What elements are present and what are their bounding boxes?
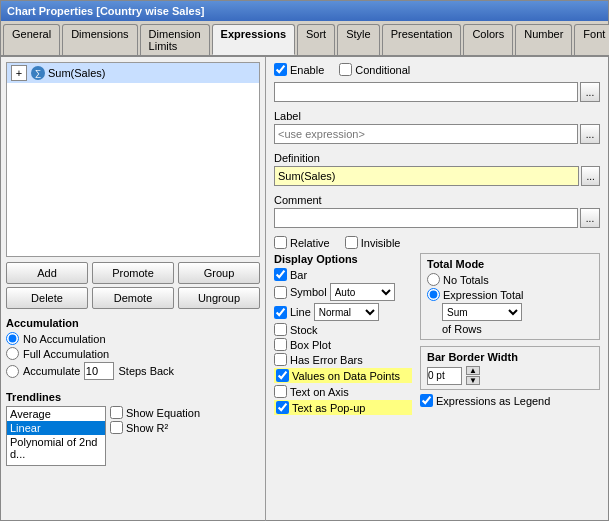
expression-icon: ∑ (31, 66, 45, 80)
bar-border-up-button[interactable]: ▲ (466, 366, 480, 375)
trendlines-list[interactable]: Average Linear Polynomial of 2nd d... (6, 406, 106, 466)
ungroup-button[interactable]: Ungroup (178, 287, 260, 309)
tab-colors[interactable]: Colors (463, 24, 513, 55)
expression-item[interactable]: + ∑ Sum(Sales) (7, 63, 259, 83)
content-area: + ∑ Sum(Sales) Add Promote Group Delete … (1, 57, 608, 521)
tab-style[interactable]: Style (337, 24, 379, 55)
expressions-as-legend-label: Expressions as Legend (436, 395, 550, 407)
no-totals-radio[interactable] (427, 273, 440, 286)
conditional-input[interactable] (274, 82, 578, 102)
label-dots-button[interactable]: ... (580, 124, 600, 144)
has-error-bars-checkbox[interactable] (274, 353, 287, 366)
trend-polynomial[interactable]: Polynomial of 2nd d... (7, 435, 105, 461)
right-panel: Enable Conditional ... Label ... (266, 57, 608, 521)
radio-no-accumulation-input[interactable] (6, 332, 19, 345)
line-label: Line (290, 306, 311, 318)
tab-expressions[interactable]: Expressions (212, 24, 295, 55)
conditional-check-row: Conditional (339, 63, 410, 76)
comment-input-row: ... (274, 208, 600, 228)
delete-button[interactable]: Delete (6, 287, 88, 309)
demote-button[interactable]: Demote (92, 287, 174, 309)
invisible-checkbox[interactable] (345, 236, 358, 249)
comment-input[interactable] (274, 208, 578, 228)
bar-border-down-button[interactable]: ▼ (466, 376, 480, 385)
show-equation-checkbox[interactable] (110, 406, 123, 419)
expression-total-radio[interactable] (427, 288, 440, 301)
conditional-label: Conditional (355, 64, 410, 76)
comment-field-label: Comment (274, 194, 600, 206)
conditional-dots-button[interactable]: ... (580, 82, 600, 102)
values-on-data-points-checkbox[interactable] (276, 369, 289, 382)
tab-sort[interactable]: Sort (297, 24, 335, 55)
trend-checkboxes: Show Equation Show R² (110, 406, 200, 466)
comment-field-group: Comment ... (274, 194, 600, 228)
definition-field-label: Definition (274, 152, 600, 164)
sum-select[interactable]: Sum (442, 303, 522, 321)
right-col: Total Mode No Totals Expression Total Su… (420, 253, 600, 417)
stock-row: Stock (274, 323, 412, 336)
trend-average[interactable]: Average (7, 407, 105, 421)
total-mode-title: Total Mode (427, 258, 593, 270)
definition-input-row: ... (274, 166, 600, 186)
expressions-legend-row: Expressions as Legend (420, 394, 600, 407)
expression-item-label: Sum(Sales) (48, 67, 105, 79)
show-r2-checkbox[interactable] (110, 421, 123, 434)
bottom-right: Display Options Bar Symbol Auto (274, 253, 600, 417)
definition-dots-button[interactable]: ... (581, 166, 600, 186)
accumulate-row: Accumulate Steps Back (6, 362, 260, 380)
bar-row: Bar (274, 268, 412, 281)
line-select[interactable]: Normal (314, 303, 379, 321)
tab-number[interactable]: Number (515, 24, 572, 55)
relative-checkbox[interactable] (274, 236, 287, 249)
bar-border-box: Bar Border Width ▲ ▼ (420, 346, 600, 390)
promote-button[interactable]: Promote (92, 262, 174, 284)
expressions-as-legend-checkbox[interactable] (420, 394, 433, 407)
bar-border-input[interactable] (427, 367, 462, 385)
of-rows-label: of Rows (427, 323, 593, 335)
steps-back-label: Steps Back (118, 365, 174, 377)
left-panel: + ∑ Sum(Sales) Add Promote Group Delete … (1, 57, 266, 521)
tab-presentation[interactable]: Presentation (382, 24, 462, 55)
tab-dimension-limits[interactable]: Dimension Limits (140, 24, 210, 55)
enable-checkbox[interactable] (274, 63, 287, 76)
text-as-popup-checkbox[interactable] (276, 401, 289, 414)
show-equation-label: Show Equation (126, 407, 200, 419)
trend-linear[interactable]: Linear (7, 421, 105, 435)
line-checkbox[interactable] (274, 306, 287, 319)
comment-dots-button[interactable]: ... (580, 208, 600, 228)
tab-general[interactable]: General (3, 24, 60, 55)
show-equation-row: Show Equation (110, 406, 200, 419)
stock-checkbox[interactable] (274, 323, 287, 336)
radio-accumulate-input[interactable] (6, 365, 19, 378)
symbol-checkbox[interactable] (274, 286, 287, 299)
enable-row: Enable Conditional (274, 63, 600, 76)
symbol-select[interactable]: Auto (330, 283, 395, 301)
text-as-popup-label: Text as Pop-up (292, 402, 365, 414)
conditional-checkbox[interactable] (339, 63, 352, 76)
label-input-row: ... (274, 124, 600, 144)
definition-field-group: Definition ... (274, 152, 600, 186)
tab-font[interactable]: Font (574, 24, 609, 55)
expression-list[interactable]: + ∑ Sum(Sales) (6, 62, 260, 257)
tab-dimensions[interactable]: Dimensions (62, 24, 137, 55)
steps-back-input[interactable] (84, 362, 114, 380)
enable-check-row: Enable (274, 63, 324, 76)
radio-accumulate-label: Accumulate (23, 365, 80, 377)
box-plot-checkbox[interactable] (274, 338, 287, 351)
has-error-bars-label: Has Error Bars (290, 354, 363, 366)
add-button[interactable]: Add (6, 262, 88, 284)
radio-full-accumulation-input[interactable] (6, 347, 19, 360)
text-on-axis-checkbox[interactable] (274, 385, 287, 398)
conditional-field-group: ... (274, 82, 600, 102)
trendlines-content: Average Linear Polynomial of 2nd d... Sh… (6, 406, 260, 466)
invisible-check-row: Invisible (345, 236, 401, 249)
expand-icon[interactable]: + (11, 65, 27, 81)
label-input[interactable] (274, 124, 578, 144)
trendlines-label: Trendlines (6, 391, 260, 403)
bar-checkbox[interactable] (274, 268, 287, 281)
relative-check-row: Relative (274, 236, 330, 249)
definition-input[interactable] (274, 166, 579, 186)
box-plot-row: Box Plot (274, 338, 412, 351)
window-title: Chart Properties [Country wise Sales] (7, 5, 204, 17)
group-button[interactable]: Group (178, 262, 260, 284)
